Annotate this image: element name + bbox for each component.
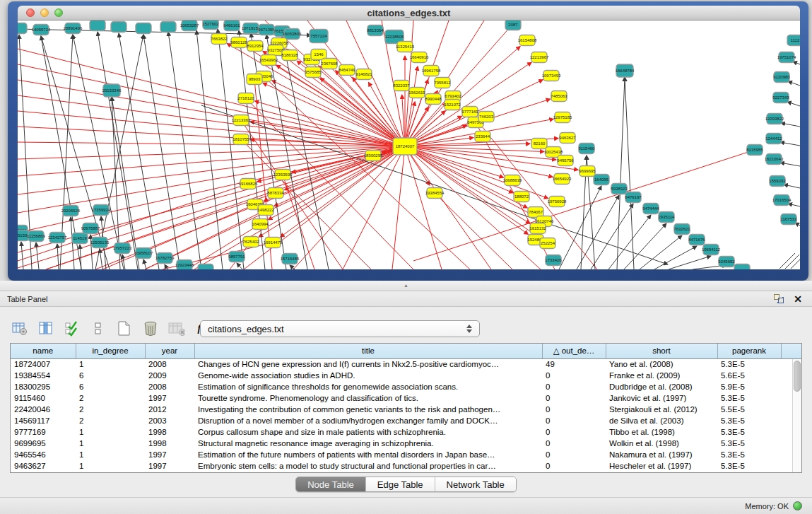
- network-edge[interactable]: [18, 146, 405, 233]
- table-cell[interactable]: 9115460: [11, 392, 76, 404]
- network-edge[interactable]: [405, 146, 528, 234]
- table-cell[interactable]: 2008: [145, 358, 194, 370]
- network-node[interactable]: 8878334: [267, 188, 284, 199]
- network-edge[interactable]: [625, 77, 634, 269]
- network-edge[interactable]: [266, 35, 307, 269]
- network-node[interactable]: 164095: [594, 175, 609, 185]
- table-cell[interactable]: 5.3E-5: [717, 460, 781, 472]
- table-cell[interactable]: 14569117: [11, 415, 76, 426]
- network-edge[interactable]: [143, 259, 146, 269]
- network-node[interactable]: 9120980: [773, 72, 790, 83]
- network-node[interactable]: 16154808: [518, 35, 537, 46]
- network-edge[interactable]: [608, 215, 651, 269]
- table-cell[interactable]: 18300295: [11, 381, 76, 392]
- network-edge[interactable]: [640, 235, 682, 269]
- network-edge[interactable]: [18, 49, 405, 146]
- network-node[interactable]: 16782759: [155, 253, 175, 264]
- network-node[interactable]: [136, 23, 151, 34]
- network-edge[interactable]: [290, 265, 295, 269]
- network-edge[interactable]: [591, 204, 633, 269]
- table-cell[interactable]: 0: [542, 460, 606, 472]
- network-edge[interactable]: [392, 146, 405, 269]
- network-node[interactable]: [18, 23, 27, 34]
- network-node[interactable]: 1562615: [408, 88, 425, 98]
- table-cell[interactable]: 2: [76, 392, 145, 404]
- network-node[interactable]: 9115460: [579, 144, 596, 154]
- network-node[interactable]: 16640910: [410, 52, 429, 63]
- table-cell[interactable]: 19384554: [11, 370, 76, 381]
- network-edge[interactable]: [18, 146, 405, 176]
- table-scrollbar[interactable]: [792, 359, 801, 472]
- network-node[interactable]: 16914479: [264, 238, 283, 248]
- network-node[interactable]: 18724007: [393, 138, 417, 155]
- network-node[interactable]: 1244412: [765, 134, 782, 144]
- table-cell[interactable]: Disruption of a novel member of a sodium…: [194, 415, 542, 426]
- table-cell[interactable]: 1998: [145, 426, 194, 438]
- network-node[interactable]: 16648784: [616, 64, 635, 77]
- network-edge[interactable]: [18, 64, 405, 146]
- network-node[interactable]: 7663822: [211, 34, 228, 45]
- delete-rows-icon[interactable]: [142, 320, 159, 337]
- table-cell[interactable]: Structural magnetic resonance image aver…: [194, 438, 542, 449]
- table-cell[interactable]: 2: [76, 404, 145, 415]
- network-node[interactable]: 12975185: [553, 112, 572, 123]
- network-node[interactable]: 14055724: [32, 25, 51, 35]
- tab-node-table[interactable]: Node Table: [296, 477, 366, 491]
- network-node[interactable]: 8912954: [247, 41, 264, 52]
- table-cell[interactable]: 0: [542, 449, 606, 460]
- network-node[interactable]: 9245652: [718, 257, 735, 267]
- network-edge[interactable]: [788, 81, 800, 86]
- network-node[interactable]: 20891406: [64, 23, 83, 34]
- column-header-out_de[interactable]: △ out_de…: [542, 344, 606, 358]
- network-edge[interactable]: [781, 123, 800, 127]
- table-cell[interactable]: Hescheler et al. (1997): [606, 460, 717, 472]
- table-cell[interactable]: 9463627: [11, 460, 76, 472]
- network-node[interactable]: 1640994: [252, 219, 269, 230]
- network-node[interactable]: 16961758: [422, 66, 441, 76]
- network-edge[interactable]: [18, 146, 405, 159]
- table-cell[interactable]: de Silva et al. (2003): [606, 415, 717, 426]
- close-panel-icon[interactable]: ✕: [794, 294, 802, 304]
- network-node[interactable]: 8215955: [746, 145, 763, 156]
- network-node[interactable]: 19384554: [425, 188, 445, 199]
- network-node[interactable]: 7557224: [310, 30, 328, 43]
- network-node[interactable]: 188072: [514, 192, 529, 202]
- network-node[interactable]: 8454749: [339, 65, 355, 76]
- network-node[interactable]: 9146821: [355, 69, 372, 80]
- network-node[interactable]: 98903: [247, 74, 262, 85]
- table-cell[interactable]: 0: [542, 392, 606, 404]
- table-row[interactable]: 969969511998Structural magnetic resonanc…: [11, 438, 801, 449]
- network-edge[interactable]: [624, 223, 666, 269]
- network-node[interactable]: 9699695: [579, 166, 596, 177]
- network-edge[interactable]: [787, 102, 800, 106]
- network-node[interactable]: 9495756: [557, 156, 574, 166]
- panel-divider[interactable]: ▲: [0, 281, 812, 291]
- table-cell[interactable]: Embryonic stem cells: a model to study s…: [194, 460, 542, 472]
- table-selector-dropdown[interactable]: citations_edges.txt: [200, 320, 480, 337]
- new-table-icon[interactable]: [116, 320, 133, 337]
- table-cell[interactable]: 1: [76, 449, 145, 460]
- network-node[interactable]: 7485063: [551, 91, 567, 102]
- network-node[interactable]: 2087: [505, 21, 521, 30]
- network-node[interactable]: 1559293: [769, 176, 786, 187]
- column-header-name[interactable]: name: [11, 344, 76, 358]
- network-node[interactable]: 6479197: [625, 192, 642, 203]
- table-cell[interactable]: 2003: [145, 415, 194, 426]
- table-cell[interactable]: Investigating the contribution of common…: [194, 404, 542, 415]
- column-header-title[interactable]: title: [194, 344, 542, 358]
- column-header-in_degree[interactable]: in_degree: [76, 344, 145, 358]
- table-cell[interactable]: 1997: [145, 449, 194, 460]
- tab-edge-table[interactable]: Edge Table: [366, 477, 435, 491]
- table-row[interactable]: 1456911722003Disruption of a novel membe…: [11, 415, 801, 426]
- network-node[interactable]: 7632621: [673, 224, 690, 235]
- table-row[interactable]: 1938455462009Genome-wide association stu…: [11, 370, 801, 381]
- float-window-icon[interactable]: [774, 294, 784, 303]
- table-cell[interactable]: 5.6E-5: [717, 370, 781, 381]
- table-cell[interactable]: 18724007: [11, 358, 76, 370]
- network-node[interactable]: 90975887: [81, 223, 100, 234]
- network-node[interactable]: 2718120: [237, 93, 254, 104]
- network-node[interactable]: 746203: [478, 112, 494, 122]
- table-row[interactable]: 911546021997Tourette syndrome. Phenomeno…: [11, 392, 801, 404]
- table-cell[interactable]: 6: [76, 370, 145, 381]
- table-row[interactable]: 977716911998Corpus callosum shape and si…: [11, 426, 801, 438]
